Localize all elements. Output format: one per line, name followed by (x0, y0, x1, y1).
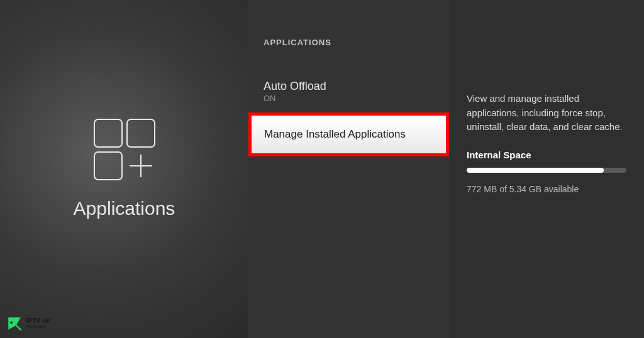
item-description: View and manage installed applications, … (467, 92, 626, 134)
storage-progress-fill (467, 168, 604, 173)
storage-detail: 772 MB of 5.34 GB available (467, 184, 626, 194)
watermark-logo: IPTV UK PLAYER (6, 315, 51, 332)
menu-item-title: Auto Offload (264, 80, 434, 93)
play-pointer-icon (6, 315, 23, 332)
watermark-text: IPTV UK PLAYER (26, 318, 51, 329)
app-grid-square-icon (94, 151, 123, 180)
app-grid-square-icon (94, 119, 123, 148)
menu-item-auto-offload[interactable]: Auto Offload ON (248, 74, 449, 111)
section-header: APPLICATIONS (248, 38, 449, 47)
detail-panel: View and manage installed applications, … (449, 0, 644, 338)
storage-label: Internal Space (467, 150, 626, 160)
menu-item-status: ON (264, 94, 434, 103)
app-grid-square-icon (126, 119, 155, 148)
menu-item-title: Manage Installed Applications (264, 128, 431, 141)
category-title: Applications (74, 198, 175, 219)
watermark-line2: PLAYER (26, 324, 51, 329)
plus-icon (126, 151, 155, 180)
applications-icon (94, 119, 155, 180)
menu-item-manage-installed-applications[interactable]: Manage Installed Applications (248, 112, 449, 156)
storage-progress-bar (467, 168, 626, 173)
settings-list-panel: APPLICATIONS Auto Offload ON Manage Inst… (248, 0, 449, 338)
category-panel: Applications (0, 0, 248, 338)
svg-point-0 (10, 322, 13, 324)
